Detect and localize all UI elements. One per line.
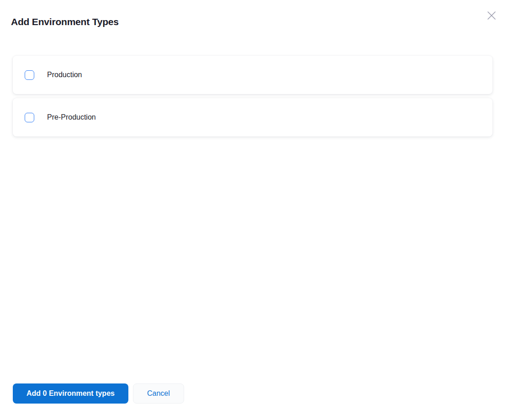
- add-environment-types-modal: Add Environment Types Production Pre-Pro…: [0, 0, 508, 420]
- environment-type-row-production[interactable]: Production: [13, 56, 492, 94]
- add-environment-types-button[interactable]: Add 0 Environment types: [13, 383, 128, 404]
- close-button[interactable]: [485, 9, 498, 22]
- environment-type-label: Pre-Production: [47, 113, 96, 121]
- modal-title: Add Environment Types: [11, 16, 119, 27]
- environment-type-row-pre-production[interactable]: Pre-Production: [13, 98, 492, 136]
- modal-footer: Add 0 Environment types Cancel: [13, 383, 184, 404]
- close-icon: [487, 10, 497, 21]
- cancel-button[interactable]: Cancel: [133, 383, 184, 404]
- checkbox-production[interactable]: [25, 70, 34, 80]
- environment-type-label: Production: [47, 71, 82, 79]
- environment-type-list: Production Pre-Production: [13, 56, 492, 141]
- checkbox-pre-production[interactable]: [25, 113, 34, 122]
